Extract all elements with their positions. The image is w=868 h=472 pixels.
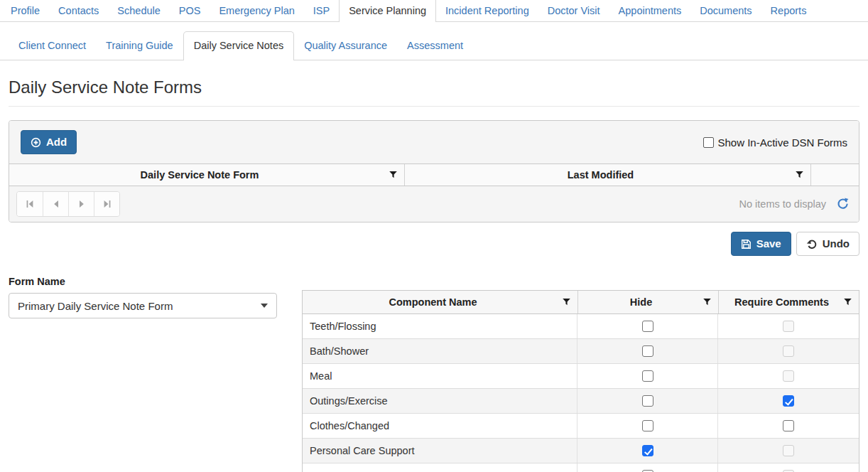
require-comments-checkbox[interactable]: [783, 395, 794, 407]
table-row: Bath/Shower: [303, 339, 859, 364]
show-inactive-toggle[interactable]: Show In-Active DSN Forms: [703, 136, 847, 149]
actions-row: Save Undo: [9, 232, 859, 256]
tab-daily-service-notes[interactable]: Daily Service Notes: [183, 31, 295, 60]
tab-quality-assurance[interactable]: Quality Assurance: [294, 32, 397, 60]
first-page-button[interactable]: [17, 192, 43, 216]
refresh-button[interactable]: [836, 198, 849, 210]
previous-page-icon: [51, 199, 61, 209]
form-name-dropdown[interactable]: Primary Daily Service Note Form: [9, 293, 277, 318]
last-page-icon: [102, 199, 112, 209]
column-header-component-name[interactable]: Component Name: [303, 291, 577, 313]
last-page-button[interactable]: [94, 192, 119, 216]
require-comments-checkbox[interactable]: [783, 370, 794, 382]
hide-cell: [577, 314, 718, 338]
refresh-icon: [836, 198, 849, 210]
nav-item-appointments[interactable]: Appointments: [609, 0, 691, 21]
table-row: Clothes/Changed: [303, 414, 859, 439]
column-header-dsn-form[interactable]: Daily Service Note Form: [9, 164, 404, 186]
nav-item-pos[interactable]: POS: [170, 0, 210, 21]
column-header-hide-label: Hide: [630, 296, 652, 308]
filter-icon[interactable]: [702, 298, 712, 307]
require-comments-checkbox[interactable]: [783, 321, 794, 332]
component-name-cell: Bath/Shower: [303, 339, 577, 363]
require-comments-cell: [718, 414, 859, 438]
undo-button-label: Undo: [823, 237, 850, 250]
filter-icon[interactable]: [562, 298, 571, 307]
next-page-icon: [77, 199, 87, 209]
hide-checkbox[interactable]: [642, 370, 653, 382]
column-header-hide[interactable]: Hide: [577, 291, 718, 313]
nav-item-doctor-visit[interactable]: Doctor Visit: [538, 0, 609, 21]
table-row: Teeth/Flossing: [303, 314, 859, 339]
nav-item-emergency-plan[interactable]: Emergency Plan: [210, 0, 303, 21]
column-header-last-modified[interactable]: Last Modified: [404, 164, 810, 186]
tab-client-connect[interactable]: Client Connect: [9, 32, 96, 60]
column-header-empty: [810, 164, 859, 186]
show-inactive-checkbox[interactable]: [703, 137, 714, 148]
sub-navigation: Client Connect Training Guide Daily Serv…: [0, 22, 868, 60]
dsn-forms-grid: Add Show In-Active DSN Forms Daily Servi…: [9, 120, 859, 222]
hide-checkbox[interactable]: [642, 395, 653, 407]
previous-page-button[interactable]: [43, 192, 68, 216]
next-page-button[interactable]: [68, 192, 94, 216]
nav-item-service-planning[interactable]: Service Planning: [339, 0, 436, 21]
nav-item-reports[interactable]: Reports: [761, 0, 816, 21]
caret-down-icon: [261, 304, 268, 308]
hide-checkbox[interactable]: [642, 445, 653, 456]
hide-cell: [577, 439, 718, 463]
hide-checkbox[interactable]: [642, 321, 653, 332]
require-comments-cell: [718, 364, 859, 388]
nav-item-schedule[interactable]: Schedule: [108, 0, 169, 21]
form-name-block: Form Name Primary Daily Service Note For…: [9, 276, 302, 318]
component-table: Component Name Hide Require Comments Tee…: [302, 290, 859, 472]
page-title: Daily Service Note Forms: [9, 77, 859, 107]
column-header-component-name-label: Component Name: [389, 296, 477, 308]
top-navigation: Profile Contacts Schedule POS Emergency …: [0, 0, 868, 22]
require-comments-checkbox[interactable]: [783, 345, 794, 357]
pager-buttons: [16, 191, 120, 217]
nav-item-incident-reporting[interactable]: Incident Reporting: [436, 0, 538, 21]
tab-training-guide[interactable]: Training Guide: [96, 32, 183, 60]
hide-checkbox[interactable]: [642, 420, 653, 431]
nav-item-isp[interactable]: ISP: [304, 0, 339, 21]
component-name-cell: Meal: [303, 364, 577, 388]
hide-cell: [577, 463, 718, 472]
filter-icon[interactable]: [843, 298, 852, 307]
column-header-dsn-form-label: Daily Service Note Form: [141, 169, 259, 181]
component-name-cell: Outings/Exercise: [303, 389, 577, 413]
require-comments-cell: [718, 339, 859, 363]
pager-status-text: No items to display: [739, 198, 827, 210]
add-button-label: Add: [46, 136, 67, 149]
table-row: [303, 463, 859, 472]
nav-item-contacts[interactable]: Contacts: [49, 0, 108, 21]
require-comments-checkbox[interactable]: [783, 445, 794, 456]
nav-item-documents[interactable]: Documents: [690, 0, 761, 21]
hide-cell: [577, 364, 718, 388]
grid-toolbar: Add Show In-Active DSN Forms: [9, 121, 859, 163]
form-name-label: Form Name: [9, 276, 277, 287]
nav-item-profile[interactable]: Profile: [1, 0, 49, 21]
table-row: Outings/Exercise: [303, 389, 859, 414]
grid-header-row: Daily Service Note Form Last Modified: [9, 163, 859, 186]
hide-checkbox[interactable]: [642, 345, 653, 357]
grid-pager: No items to display: [9, 186, 859, 222]
column-header-require-comments-label: Require Comments: [734, 296, 829, 308]
component-name-cell: Personal Care Support: [303, 439, 577, 463]
add-button[interactable]: Add: [21, 130, 77, 154]
undo-button[interactable]: Undo: [796, 232, 859, 256]
tab-assessment[interactable]: Assessment: [397, 32, 473, 60]
filter-icon[interactable]: [389, 171, 398, 180]
require-comments-checkbox[interactable]: [783, 420, 794, 431]
save-button[interactable]: Save: [731, 232, 791, 256]
floppy-disk-icon: [741, 239, 752, 250]
table-row: Meal: [303, 364, 859, 389]
form-detail-section: Form Name Primary Daily Service Note For…: [9, 256, 859, 472]
filter-icon[interactable]: [795, 171, 804, 180]
first-page-icon: [25, 199, 35, 209]
require-comments-cell: [718, 389, 859, 413]
require-comments-cell: [718, 463, 859, 472]
form-name-selected-value: Primary Daily Service Note Form: [18, 300, 173, 312]
plus-circle-icon: [31, 137, 41, 148]
column-header-require-comments[interactable]: Require Comments: [718, 291, 859, 313]
column-header-last-modified-label: Last Modified: [568, 169, 634, 181]
